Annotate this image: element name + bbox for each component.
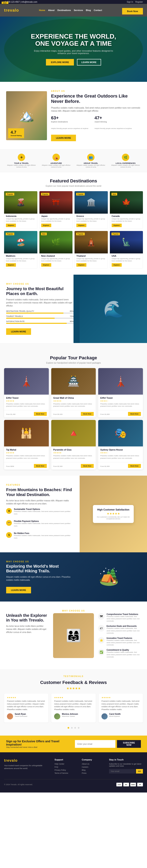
quality-icon: ✅ [98, 649, 105, 655]
top-contact: +1 800-123-4567 | info@trevalo.com [4, 1, 37, 3]
nav-cta-button[interactable]: Book Now [122, 8, 143, 14]
dest-maldives-btn[interactable]: Explore [6, 263, 16, 267]
tour-section: Popular Tour Package Explore our handpic… [0, 343, 147, 476]
mtb-title: From Mountains to Beaches: Find Your Ide… [6, 487, 74, 497]
footer-logo: trevalo [4, 758, 51, 763]
tour-eiffel-1-btn[interactable]: Book Now [34, 412, 47, 416]
reviews-subtitle: TESTIMONIALS [4, 675, 143, 677]
register-link[interactable]: Register [135, 1, 143, 3]
tour-sydney-btn[interactable]: Book Now [128, 464, 141, 468]
unleash-center: 👨‍👩‍👧 [53, 613, 94, 658]
tour-eiffel-2-btn[interactable]: Book Now [128, 412, 141, 416]
dot-3[interactable] [74, 727, 76, 728]
nav-home[interactable]: Home [39, 9, 45, 11]
footer-bottom: © 2024 Trevalo. All rights reserved. VIS… [4, 779, 143, 786]
destinations-grid: 🌋 Popular Indonesia Unique trip opportun… [0, 191, 147, 275]
footer-privacy[interactable]: Privacy Policy [55, 769, 78, 771]
dest-nz-name: New Zealand [41, 255, 71, 257]
feature-innovative: ⭐ Innovative Travel Features Phasellus s… [98, 637, 141, 646]
journey-learn-button[interactable]: LEARN MORE [6, 328, 31, 335]
footer-press[interactable]: Press [82, 772, 105, 774]
innovative-icon: ⭐ [98, 637, 105, 644]
dest-canada-desc: Unique trip opportunity, private or grou… [112, 218, 141, 222]
footer-help[interactable]: Help Center [55, 763, 78, 765]
footer-support-title: Support [55, 758, 78, 761]
dest-canada[interactable]: 🍁 New Canada Unique trip opportunity, pr… [110, 191, 143, 229]
review-carol-text: Praesent sodales mattis malesuada. Sed a… [101, 700, 140, 711]
feature-sustainable: ♻ Sustainable Travel Options Phasellus s… [6, 508, 74, 518]
dest-japan-btn[interactable]: Explore [41, 224, 51, 227]
about-stats: 63+ Explore Destinations Helpful friendl… [51, 115, 141, 130]
hiking-learn-button[interactable]: LEARN MORE [6, 587, 31, 593]
dest-canada-btn[interactable]: Explore [112, 224, 122, 227]
dest-thailand-btn[interactable]: Explore [76, 263, 86, 267]
cat-tour-travel: ✈ TOUR & TRAVEL Aliquam mattis sodales e… [6, 154, 37, 168]
dot-2[interactable] [71, 727, 73, 728]
cat-group-travel: 👥 GROUP TRAVEL Aliquam mattis sodales el… [76, 154, 106, 168]
featured-title: Featured Destinations [0, 172, 147, 185]
unleash-subtitle: WHY CHOOSE US [6, 610, 141, 612]
dot-1[interactable] [67, 727, 69, 728]
reviews-grid: ★★★★★ Praesent sodales mattis malesuada.… [4, 693, 143, 722]
tour-taj-name: Taj Mahal [6, 448, 47, 451]
tour-taj-btn[interactable]: Book Now [34, 464, 47, 468]
tour-wall-stars: ★★★★★ [53, 400, 94, 402]
newsletter-section: Sign up for Exclusive Offers and Travel … [0, 736, 147, 752]
dest-greece-btn[interactable]: Explore [76, 224, 86, 227]
tour-sydney-name: Sydney Opera House [100, 448, 141, 451]
unleash-left: Unleash the Explorer in You with Trevalo… [6, 613, 49, 634]
dest-indonesia-btn[interactable]: Explore [6, 224, 16, 227]
feature-nofees: $ No Hidden Fees Phasellus sodales matti… [6, 532, 74, 542]
footer-faq[interactable]: FAQ [55, 766, 78, 768]
dot-4[interactable] [78, 727, 80, 728]
dest-maldives[interactable]: 🏖️ Popular Maldives Unique trip opportun… [4, 231, 37, 269]
sign-in-link[interactable]: Sign In [127, 1, 133, 3]
dest-usa[interactable]: 🗽 Popular USA Unique trip opportunity, p… [110, 231, 143, 269]
footer-about[interactable]: About Us [82, 763, 105, 765]
tour-eiffel-1-name: Eiffel Tower [6, 397, 47, 399]
nav-contact[interactable]: Contact [94, 9, 102, 11]
newsletter-form: SUBSCRIBE NOW [75, 740, 141, 748]
tour-pyramids-price: From $2,308 [53, 464, 62, 467]
tour-eiffel-2-price: From $1,808 [100, 412, 110, 415]
footer-blog[interactable]: Blog [82, 769, 105, 771]
nav-blog[interactable]: Blog [86, 9, 91, 11]
feature-payment-desc: Phasellus sodales mattis malesuada. Sed … [14, 522, 74, 527]
hero-learn-button[interactable]: LEARN MORE [77, 59, 101, 65]
hero-section: EXPERIENCE THE WORLD,ONE VOYAGE AT A TIM… [0, 17, 147, 82]
dest-nz-btn[interactable]: Explore [41, 263, 51, 267]
newsletter-subscribe-button[interactable]: SUBSCRIBE NOW [117, 740, 141, 748]
unleash-inner: Unleash the Explorer in You with Trevalo… [6, 613, 141, 661]
tour-pyramids-btn[interactable]: Book Now [81, 464, 94, 468]
dest-indonesia[interactable]: 🌋 Popular Indonesia Unique trip opportun… [4, 191, 37, 229]
tour-taj-price: From $998 [6, 464, 14, 467]
hero-explore-button[interactable]: EXPLORE MORE [46, 59, 74, 65]
dest-japan[interactable]: ⛩️ Popular Japan Unique trip opportunity… [39, 191, 73, 229]
dest-usa-desc: Unique trip opportunity, private or grou… [112, 257, 141, 262]
feature-payment: 💳 Flexible Payment Options Phasellus sod… [6, 520, 74, 530]
footer-top: trevalo Your trusted travel companion fo… [4, 758, 143, 775]
nav-about[interactable]: About [48, 9, 55, 11]
newsletter-email-input[interactable] [75, 740, 115, 748]
footer-subscribe-button[interactable]: GO [136, 769, 143, 774]
tour-eiffel-2: 🗼 NEW Eiffel Tower ★★★★☆ Phasellus sodal… [98, 368, 143, 417]
nav-services[interactable]: Services [74, 9, 83, 11]
dest-newzealand[interactable]: 🌿 New New Zealand Unique trip opportunit… [39, 231, 73, 269]
dest-thailand[interactable]: 🛕 Popular Thailand Unique trip opportuni… [75, 231, 108, 269]
local-exp-icon: 🌿 [122, 154, 129, 161]
about-learn-button[interactable]: LEARN MORE [51, 135, 76, 141]
hiking-image: 🏕️ [77, 567, 141, 586]
dest-usa-btn[interactable]: Explore [112, 263, 122, 267]
footer-careers[interactable]: Careers [82, 766, 105, 768]
footer-brand-desc: Your trusted travel companion for unforg… [4, 764, 51, 770]
visa-icon: VISA [116, 783, 122, 786]
footer-email-input[interactable] [109, 769, 135, 774]
footer-terms[interactable]: Terms of Service [55, 772, 78, 774]
tour-wall-desc: Phasellus sodales mattis malesuada Sed a… [53, 403, 94, 407]
nav-destinations[interactable]: Destinations [57, 9, 71, 11]
dest-japan-name: Japan [41, 215, 71, 217]
dest-greece[interactable]: 🏛️ Popular Greece Unique trip opportunit… [75, 191, 108, 229]
group-travel-icon: 👥 [87, 154, 94, 161]
feature-deals-desc: Phasellus sodales mattis malesuada. Sed … [107, 627, 141, 634]
tour-wall-btn[interactable]: Book Now [81, 412, 94, 416]
